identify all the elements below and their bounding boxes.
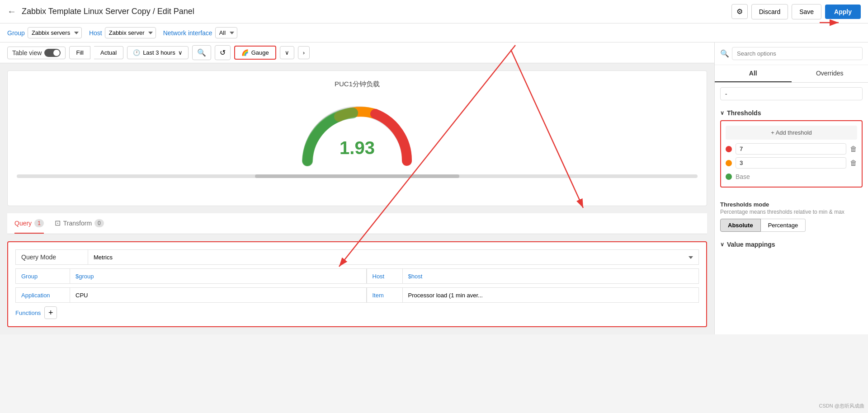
threshold-row-orange: 🗑 bbox=[726, 157, 857, 169]
zoom-out-button[interactable]: 🔍 bbox=[192, 45, 211, 60]
time-label: Last 3 hours bbox=[143, 49, 175, 56]
threshold-base-dot bbox=[726, 174, 732, 180]
threshold-orange-input[interactable] bbox=[736, 157, 846, 169]
tab-query[interactable]: Query 1 bbox=[14, 214, 44, 234]
tab-transform-icon: ⊡ bbox=[55, 219, 61, 227]
threshold-red-input[interactable] bbox=[736, 143, 846, 155]
group-select[interactable]: Zabbix servers bbox=[28, 27, 82, 38]
scroll-indicator bbox=[17, 174, 698, 178]
main-body: Table view Fill Actual 🕐 Last 3 hours ∨ … bbox=[0, 42, 868, 334]
top-bar-left: ← Zabbix Template Linux Server Copy / Ed… bbox=[7, 6, 194, 17]
arrow-button[interactable]: › bbox=[298, 46, 310, 59]
group-input[interactable] bbox=[75, 273, 361, 280]
host-label-cell: Host bbox=[367, 269, 403, 283]
right-tab-overrides[interactable]: Overrides bbox=[792, 65, 868, 82]
filter-bar: Group Zabbix servers Host Zabbix server … bbox=[0, 23, 868, 42]
functions-add-button[interactable]: + bbox=[44, 306, 57, 319]
thresholds-section: ∨ Thresholds + Add threshold 🗑 🗑 bbox=[715, 105, 868, 197]
host-field-label: Host bbox=[373, 273, 385, 280]
application-input[interactable] bbox=[75, 292, 361, 299]
svg-text:1.93: 1.93 bbox=[340, 138, 375, 158]
search-input[interactable] bbox=[732, 47, 863, 60]
mode-absolute-button[interactable]: Absolute bbox=[720, 219, 761, 232]
functions-row: Functions + bbox=[15, 306, 699, 319]
application-value-cell bbox=[70, 288, 367, 302]
save-button[interactable]: Save bbox=[792, 4, 821, 19]
page-title: Zabbix Template Linux Server Copy / Edit… bbox=[22, 7, 194, 16]
thresholds-header[interactable]: ∨ Thresholds bbox=[720, 109, 863, 117]
application-field-label: Application bbox=[21, 292, 50, 299]
item-label-cell: Item bbox=[367, 288, 403, 302]
table-view-toggle-wrap: Table view bbox=[7, 47, 66, 59]
group-field-label: Group bbox=[21, 273, 38, 280]
threshold-orange-delete-button[interactable]: 🗑 bbox=[850, 159, 857, 167]
toolbar: Table view Fill Actual 🕐 Last 3 hours ∨ … bbox=[0, 42, 714, 63]
threshold-orange-dot bbox=[726, 160, 732, 166]
tab-query-label: Query bbox=[14, 220, 32, 227]
value-mappings-chevron-icon: ∨ bbox=[720, 241, 724, 248]
network-select[interactable]: All bbox=[215, 27, 237, 38]
host-filter: Host Zabbix server bbox=[89, 27, 156, 38]
scroll-thumb bbox=[255, 174, 459, 178]
discard-button[interactable]: Discard bbox=[751, 4, 788, 19]
threshold-mode-section: Thresholds mode Percentage means thresho… bbox=[715, 197, 868, 236]
value-mappings-header[interactable]: ∨ Value mappings bbox=[720, 241, 863, 248]
group-value-cell bbox=[70, 269, 367, 283]
thresholds-box: + Add threshold 🗑 🗑 Base bbox=[720, 120, 863, 188]
right-search: 🔍 bbox=[715, 42, 868, 65]
group-label: Group bbox=[7, 29, 25, 37]
threshold-red-delete-button[interactable]: 🗑 bbox=[850, 145, 857, 153]
application-label-cell: Application bbox=[16, 288, 70, 302]
time-icon: 🕐 bbox=[133, 49, 140, 56]
network-filter: Network interface All bbox=[163, 27, 237, 38]
host-input[interactable] bbox=[408, 273, 693, 280]
network-label: Network interface bbox=[163, 29, 212, 37]
time-range-button[interactable]: 🕐 Last 3 hours ∨ bbox=[127, 46, 189, 59]
settings-button[interactable]: ⚙ bbox=[731, 4, 748, 19]
threshold-red-dot bbox=[726, 146, 732, 152]
query-panel: Query Mode Metrics Group bbox=[7, 241, 707, 327]
query-mode-label-cell: Query Mode bbox=[16, 250, 88, 264]
threshold-mode-desc: Percentage means thresholds relative to … bbox=[720, 209, 863, 215]
table-view-label: Table view bbox=[12, 49, 42, 56]
mode-percentage-button[interactable]: Percentage bbox=[761, 219, 806, 232]
query-mode-label: Query Mode bbox=[21, 253, 56, 261]
left-body: Table view Fill Actual 🕐 Last 3 hours ∨ … bbox=[0, 42, 714, 334]
query-mode-select[interactable]: Metrics bbox=[94, 254, 693, 261]
right-panel: 🔍 All Overrides ∨ Thresholds + Add thres… bbox=[714, 42, 868, 334]
table-view-toggle[interactable] bbox=[44, 49, 61, 57]
chart-area: PUC1分钟负载 1.93 bbox=[7, 70, 707, 206]
dash-input[interactable] bbox=[720, 87, 863, 100]
back-button[interactable]: ← bbox=[7, 6, 16, 17]
tab-transform-badge: 0 bbox=[94, 219, 104, 227]
gauge-chart: 1.93 bbox=[294, 98, 420, 170]
threshold-row-red: 🗑 bbox=[726, 143, 857, 155]
gauge-label: Gauge bbox=[251, 49, 269, 56]
actual-button[interactable]: Actual bbox=[94, 46, 123, 59]
time-chevron-icon: ∨ bbox=[178, 49, 183, 56]
gauge-button[interactable]: 🌈 Gauge bbox=[234, 46, 276, 60]
more-button[interactable]: ∨ bbox=[280, 46, 294, 59]
group-label-cell: Group bbox=[16, 269, 70, 283]
thresholds-title: Thresholds bbox=[727, 109, 761, 117]
threshold-base: Base bbox=[726, 171, 857, 182]
host-value-cell bbox=[403, 269, 699, 283]
item-field-label: Item bbox=[373, 292, 384, 299]
top-bar-right: ⚙ Discard Save Apply bbox=[731, 4, 861, 19]
gauge-icon: 🌈 bbox=[241, 49, 249, 56]
right-tabs: All Overrides bbox=[715, 65, 868, 83]
host-select[interactable]: Zabbix server bbox=[105, 27, 156, 38]
query-mode-value-cell: Metrics bbox=[88, 250, 698, 264]
tab-query-badge: 1 bbox=[34, 219, 44, 227]
right-tab-all[interactable]: All bbox=[715, 65, 792, 82]
threshold-base-label: Base bbox=[736, 173, 750, 180]
refresh-button[interactable]: ↺ bbox=[215, 45, 231, 60]
item-input[interactable] bbox=[408, 292, 693, 299]
tab-transform[interactable]: ⊡ Transform 0 bbox=[55, 213, 104, 234]
fill-button[interactable]: Fill bbox=[69, 46, 90, 59]
value-mappings-title: Value mappings bbox=[727, 241, 775, 248]
apply-button[interactable]: Apply bbox=[825, 5, 861, 19]
host-label: Host bbox=[89, 29, 102, 37]
add-threshold-button[interactable]: + Add threshold bbox=[726, 126, 857, 140]
search-icon: 🔍 bbox=[720, 49, 729, 58]
